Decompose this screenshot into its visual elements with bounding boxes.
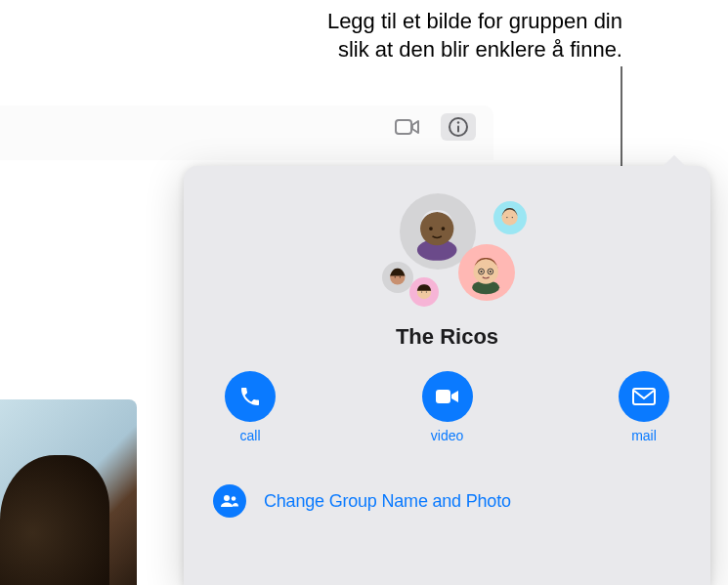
svg-rect-23: [436, 390, 450, 403]
svg-point-2: [457, 121, 459, 123]
svg-point-6: [429, 227, 433, 230]
call-button[interactable]: call: [225, 371, 276, 443]
video-label: video: [431, 428, 463, 443]
svg-point-18: [421, 291, 422, 292]
video-button[interactable]: video: [422, 371, 473, 443]
svg-point-19: [425, 291, 426, 292]
video-icon: [395, 118, 420, 136]
svg-point-25: [224, 495, 230, 501]
annotation-caption: Legg til et bilde for gruppen din slik a…: [212, 8, 622, 63]
svg-point-12: [481, 271, 483, 272]
avatar-member-5: [382, 262, 413, 293]
mail-label: mail: [631, 428, 657, 443]
memoji-face-icon: [407, 201, 467, 262]
popover-arrow: [664, 155, 686, 178]
svg-point-21: [394, 276, 395, 277]
svg-point-13: [490, 271, 492, 272]
change-group-name-photo-button[interactable]: Change Group Name and Photo: [207, 484, 687, 518]
svg-point-26: [232, 496, 236, 501]
facetime-button[interactable]: [390, 113, 425, 141]
group-avatar-cluster[interactable]: [374, 193, 521, 320]
call-label: call: [239, 428, 260, 443]
memoji-face-icon: [463, 250, 508, 295]
conversation-photo-preview: [0, 399, 137, 585]
svg-rect-3: [457, 126, 459, 133]
svg-point-5: [420, 212, 453, 245]
info-button[interactable]: [441, 113, 476, 141]
svg-rect-0: [396, 120, 411, 134]
memoji-face-icon: [412, 280, 436, 304]
avatar-member-3: [493, 201, 527, 234]
people-icon: [213, 484, 246, 518]
memoji-face-icon: [385, 265, 410, 290]
svg-point-22: [399, 276, 400, 277]
group-name-title: The Ricos: [207, 324, 687, 350]
caption-line2: slik at den blir enklere å finne.: [338, 37, 622, 62]
mail-button[interactable]: mail: [619, 371, 669, 443]
svg-point-15: [506, 217, 507, 218]
change-group-label: Change Group Name and Photo: [264, 491, 511, 512]
video-camera-icon: [422, 371, 473, 422]
svg-point-7: [442, 227, 446, 230]
svg-rect-24: [633, 389, 655, 404]
caption-line1: Legg til et bilde for gruppen din: [327, 9, 622, 33]
phone-icon: [225, 371, 276, 422]
avatar-member-2: [458, 244, 515, 301]
avatar-member-4: [409, 277, 439, 307]
mail-icon: [619, 371, 669, 422]
group-details-panel: The Ricos call video: [184, 166, 710, 585]
memoji-face-icon: [496, 204, 523, 230]
contact-actions: call video mail: [207, 371, 687, 443]
info-icon: [448, 116, 469, 138]
svg-point-16: [512, 217, 513, 218]
svg-point-9: [474, 259, 499, 284]
toolbar-buttons: [390, 113, 476, 141]
